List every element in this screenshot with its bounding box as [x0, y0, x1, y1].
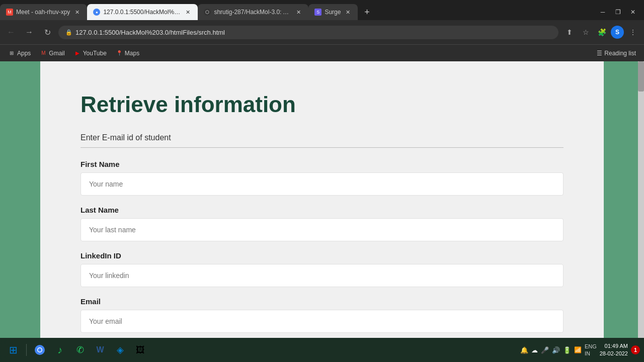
volume-icon[interactable]: 🔊	[552, 346, 560, 354]
tab-github[interactable]: ⬡ shrutig-287/HackMol-3.0: A web... ✕	[198, 4, 308, 20]
taskbar-vscode[interactable]: ◈	[111, 341, 129, 359]
onedrive-icon[interactable]: ☁	[531, 346, 538, 354]
first-name-group: First Name	[80, 160, 564, 196]
tab-favicon-hackmol: ●	[93, 9, 100, 16]
taskbar-chrome[interactable]	[31, 341, 49, 359]
taskbar-time-display: 01:49 AM	[600, 342, 628, 350]
bookmark-gmail[interactable]: M Gmail	[36, 48, 68, 59]
bookmarks-bar: ⊞ Apps M Gmail ▶ YouTube 📍 Maps ☰ Readin…	[0, 44, 644, 61]
menu-icon[interactable]: ⋮	[626, 25, 640, 39]
email-group: Email	[80, 297, 564, 333]
bookmark-gmail-label: Gmail	[49, 50, 64, 57]
bookmark-maps-label: Maps	[125, 50, 139, 57]
tab-favicon-surge: S	[314, 9, 321, 16]
page-content: Retrieve information Enter E-mail id of …	[0, 61, 644, 338]
profile-avatar[interactable]: S	[611, 26, 624, 39]
bookmark-apps-label: Apps	[17, 50, 31, 57]
tab-title-surge: Surge	[325, 9, 341, 16]
language-region: IN	[585, 350, 597, 357]
language-code: ENG	[585, 343, 597, 350]
tab-surge[interactable]: S Surge ✕	[308, 4, 358, 20]
taskbar-separator-1	[26, 344, 27, 356]
extensions-icon[interactable]: 🧩	[595, 25, 609, 39]
taskbar-date-display: 28-02-2022	[600, 350, 628, 357]
tab-close-meet[interactable]: ✕	[73, 8, 81, 16]
last-name-label: Last Name	[80, 206, 564, 214]
browser-chrome: M Meet - oah-rhuv-xpy ✕ ● 127.0.0.1:5500…	[0, 0, 644, 61]
tab-bar: M Meet - oah-rhuv-xpy ✕ ● 127.0.0.1:5500…	[0, 0, 644, 20]
tab-meet[interactable]: M Meet - oah-rhuv-xpy ✕	[0, 4, 87, 20]
first-name-label: First Name	[80, 160, 564, 168]
maps-icon: 📍	[116, 50, 123, 57]
taskbar-spotify[interactable]: ♪	[51, 341, 69, 359]
tab-favicon-github: ⬡	[204, 9, 211, 16]
tab-title-github: shrutig-287/HackMol-3.0: A web...	[214, 9, 291, 16]
last-name-group: Last Name	[80, 206, 564, 241]
tab-title-meet: Meet - oah-rhuv-xpy	[16, 9, 70, 16]
bookmark-apps[interactable]: ⊞ Apps	[4, 48, 35, 59]
tab-favicon-meet: M	[6, 9, 13, 16]
start-button[interactable]: ⊞	[4, 341, 22, 359]
tab-close-hackmol[interactable]: ✕	[184, 8, 192, 16]
gmail-icon: M	[40, 50, 47, 57]
taskbar-clock[interactable]: 01:49 AM 28-02-2022	[600, 342, 628, 358]
toolbar-icons: ⬆ ☆ 🧩 S ⋮	[562, 25, 640, 39]
email-label: Email	[80, 297, 564, 306]
bookmark-maps[interactable]: 📍 Maps	[112, 48, 143, 59]
address-text: 127.0.0.1:5500/HackMol%203.0/htmlFiles/s…	[75, 29, 551, 36]
reload-button[interactable]: ↻	[40, 25, 54, 39]
forward-button[interactable]: →	[22, 25, 36, 39]
tab-close-surge[interactable]: ✕	[344, 8, 352, 16]
address-bar-row: ← → ↻ 🔒 127.0.0.1:5500/HackMol%203.0/htm…	[0, 20, 644, 44]
page-title: Retrieve information	[80, 92, 564, 118]
battery-icon[interactable]: 🔋	[563, 346, 571, 354]
new-tab-button[interactable]: +	[360, 5, 374, 19]
form-container: Retrieve information Enter E-mail id of …	[40, 61, 604, 338]
linkedin-group: LinkedIn ID	[80, 251, 564, 287]
bookmark-youtube-label: YouTube	[83, 50, 107, 57]
bookmark-youtube[interactable]: ▶ YouTube	[70, 48, 111, 59]
notification-badge: 1	[631, 345, 640, 354]
tab-hackmol[interactable]: ● 127.0.0.1:5500/HackMol%203.0/htm... ✕	[87, 4, 198, 20]
last-name-input[interactable]	[80, 218, 564, 241]
scrollbar-track[interactable]	[638, 61, 644, 338]
minimize-button[interactable]: ─	[596, 5, 610, 19]
lock-icon: 🔒	[65, 29, 72, 36]
linkedin-label: LinkedIn ID	[80, 251, 564, 260]
taskbar-sys-icons: 🔔 ☁ 🎤 🔊 🔋 📶	[520, 346, 582, 354]
svg-point-2	[38, 348, 42, 352]
language-indicator: ENG IN	[585, 343, 597, 357]
first-name-input[interactable]	[80, 172, 564, 196]
scrollbar-thumb[interactable]	[638, 61, 644, 92]
taskbar-right: 🔔 ☁ 🎤 🔊 🔋 📶 ENG IN 01:49 AM 28-02-2022 1	[520, 342, 640, 358]
apps-grid-icon: ⊞	[8, 50, 15, 57]
linkedin-input[interactable]	[80, 264, 564, 287]
notification-icon[interactable]: 🔔	[520, 346, 528, 354]
restore-button[interactable]: ❐	[611, 5, 625, 19]
taskbar-photos[interactable]: 🖼	[131, 341, 149, 359]
youtube-icon: ▶	[74, 50, 81, 57]
tab-close-github[interactable]: ✕	[294, 8, 302, 16]
taskbar-whatsapp[interactable]: ✆	[71, 341, 89, 359]
microphone-icon[interactable]: 🎤	[541, 346, 549, 354]
form-subtitle: Enter E-mail id of student	[80, 133, 564, 142]
window-controls: ─ ❐ ✕	[596, 5, 644, 19]
address-bar[interactable]: 🔒 127.0.0.1:5500/HackMol%203.0/htmlFiles…	[58, 26, 558, 39]
close-button[interactable]: ✕	[626, 5, 640, 19]
divider	[80, 147, 564, 148]
share-icon[interactable]: ⬆	[562, 25, 577, 39]
reading-list-icon: ☰	[597, 50, 602, 57]
taskbar-word[interactable]: W	[91, 341, 109, 359]
reading-list-label: Reading list	[604, 50, 636, 57]
taskbar: ⊞ ♪ ✆ W ◈ 🖼 🔔 ☁ 🎤 🔊 🔋 📶 ENG IN 01:49 AM …	[0, 338, 644, 362]
wifi-icon[interactable]: 📶	[574, 346, 582, 353]
bookmark-icon[interactable]: ☆	[579, 25, 593, 39]
reading-list-button[interactable]: ☰ Reading list	[593, 48, 640, 59]
tab-title-hackmol: 127.0.0.1:5500/HackMol%203.0/htm...	[103, 9, 181, 16]
back-button[interactable]: ←	[4, 25, 18, 39]
email-input[interactable]	[80, 310, 564, 333]
